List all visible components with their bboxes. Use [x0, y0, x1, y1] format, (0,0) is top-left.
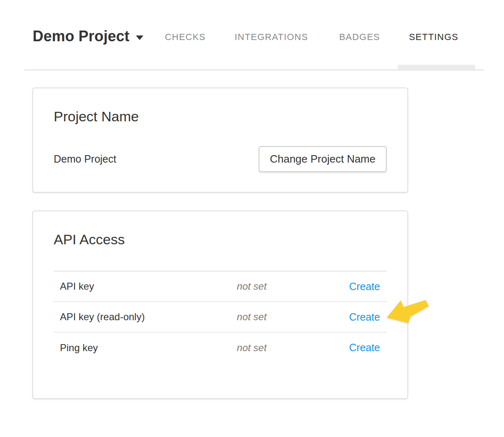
create-ping-key-link[interactable]: Create [349, 342, 380, 353]
api-keys-table: API key not set Create API key (read-onl… [54, 271, 387, 363]
header-divider [24, 69, 484, 71]
api-key-read-only-label: API key (read-only) [54, 302, 237, 332]
tab-integrations[interactable]: INTEGRATIONS [235, 32, 308, 43]
create-api-key-link[interactable]: Create [349, 281, 380, 292]
project-name-card: Project Name Demo Project Change Project… [32, 87, 408, 193]
api-access-card-title: API Access [54, 231, 387, 248]
api-key-read-only-value: not set [237, 302, 327, 332]
project-name-card-title: Project Name [54, 108, 387, 125]
settings-page-content: Project Name Demo Project Change Project… [32, 87, 408, 399]
project-name-row: Demo Project Change Project Name [54, 146, 387, 172]
tab-badges[interactable]: BADGES [339, 32, 380, 43]
tab-checks[interactable]: CHECKS [165, 32, 206, 43]
current-project-name: Demo Project [54, 153, 116, 165]
create-api-key-read-only-link[interactable]: Create [349, 311, 380, 323]
api-access-card: API Access API key not set Create API ke… [32, 210, 408, 399]
ping-key-label: Ping key [54, 332, 237, 363]
table-row-api-key-read-only: API key (read-only) not set Create [54, 302, 387, 332]
project-switcher-dropdown[interactable]: Demo Project [33, 27, 143, 45]
ping-key-value: not set [237, 332, 327, 363]
chevron-down-icon [136, 35, 143, 40]
api-key-label: API key [54, 271, 237, 302]
table-row-ping-key: Ping key not set Create [54, 332, 387, 363]
project-title: Demo Project [33, 27, 129, 45]
change-project-name-button[interactable]: Change Project Name [259, 146, 387, 172]
tab-settings[interactable]: SETTINGS [409, 32, 459, 43]
api-key-value: not set [237, 271, 327, 302]
table-row-api-key: API key not set Create [54, 271, 387, 302]
